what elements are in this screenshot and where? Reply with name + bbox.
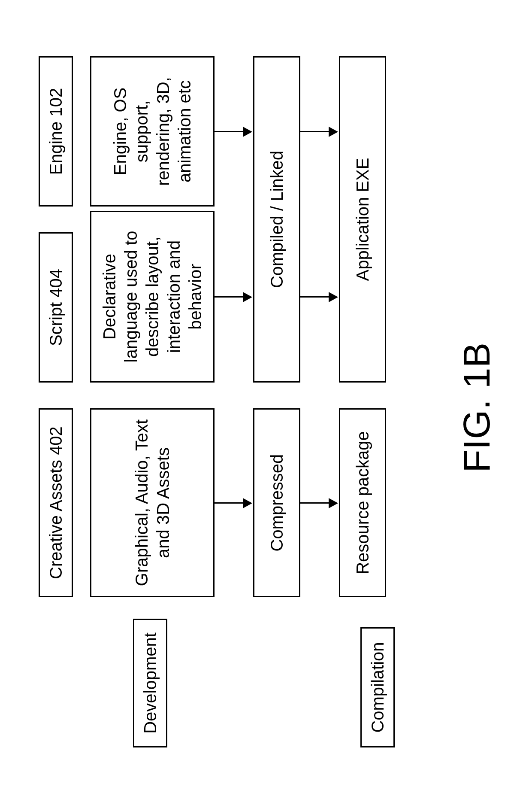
out-resource: Resource package (339, 408, 386, 597)
header-assets: Creative Assets 402 (39, 408, 73, 597)
mid-compressed: Compressed (253, 408, 300, 597)
dev-script: Declarative language used to describe la… (90, 211, 215, 383)
mid-compiled: Compiled / Linked (253, 56, 300, 383)
dev-assets: Graphical, Audio, Text and 3D Assets (90, 408, 215, 597)
header-script: Script 404 (39, 232, 73, 383)
arrowhead-assets-to-compressed (243, 498, 252, 508)
arrowhead-script-to-compiled (243, 292, 252, 302)
diagram-stage: Development Compilation Creative Assets … (0, 0, 532, 799)
arrow-engine-to-compiled (215, 131, 245, 132)
out-app: Application EXE (339, 56, 386, 383)
header-engine: Engine 102 (39, 56, 73, 207)
label-development: Development (133, 619, 167, 747)
arrow-compiled-to-app-right (300, 131, 330, 132)
arrow-script-to-compiled (215, 296, 245, 298)
arrow-compiled-to-app-left (300, 296, 330, 298)
arrow-assets-to-compressed (215, 502, 245, 504)
arrow-compressed-to-resource (300, 502, 330, 504)
arrowhead-compiled-to-app-right (329, 127, 338, 137)
arrowhead-compressed-to-resource (329, 498, 338, 508)
label-compilation: Compilation (360, 627, 395, 747)
arrowhead-engine-to-compiled (243, 127, 252, 137)
dev-engine: Engine, OS support, rendering, 3D, anima… (90, 56, 215, 207)
arrowhead-compiled-to-app-left (329, 292, 338, 302)
figure-label: FIG. 1B (455, 343, 499, 473)
